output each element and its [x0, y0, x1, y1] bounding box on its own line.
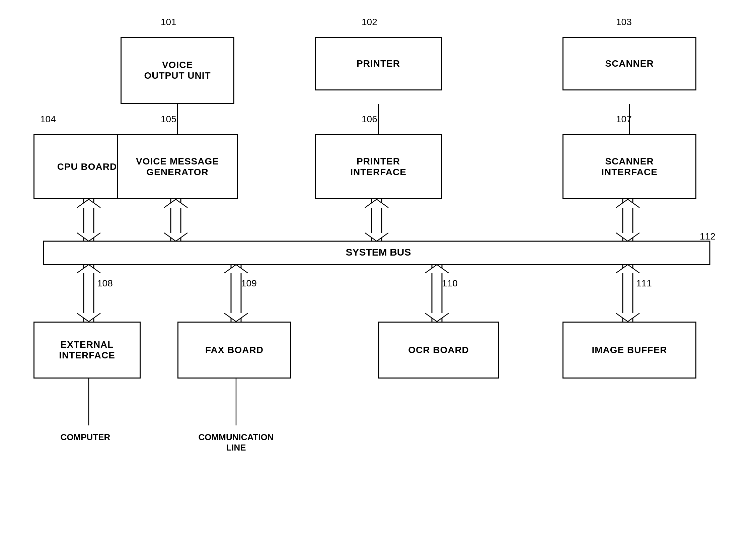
external-interface-block: EXTERNAL INTERFACE — [33, 322, 141, 379]
diagram-container: SYSTEM BUS — [0, 0, 756, 545]
ref-110: 110 — [442, 278, 458, 289]
voice-message-generator-block: VOICE MESSAGE GENERATOR — [117, 134, 238, 199]
ref-102: 102 — [362, 17, 377, 27]
printer-block: PRINTER — [315, 37, 442, 90]
cpu-to-bus-arrow — [77, 199, 100, 241]
svg-text:SYSTEM BUS: SYSTEM BUS — [346, 247, 411, 258]
ocr-board-block: OCR BOARD — [378, 322, 499, 379]
bus-to-external-arrow — [77, 265, 100, 322]
ref-112: 112 — [700, 231, 715, 242]
scanner-interface-block: SCANNER INTERFACE — [562, 134, 696, 199]
ref-108: 108 — [97, 278, 113, 289]
ref-101: 101 — [161, 17, 176, 27]
ref-103: 103 — [616, 17, 632, 27]
printer-interface-block: PRINTER INTERFACE — [315, 134, 442, 199]
bus-to-ocr-arrow — [425, 265, 449, 322]
ref-106: 106 — [362, 114, 377, 125]
ref-104: 104 — [40, 114, 56, 125]
fax-board-block: FAX BOARD — [177, 322, 291, 379]
image-buffer-block: IMAGE BUFFER — [562, 322, 696, 379]
computer-label: COMPUTER — [39, 432, 132, 442]
ref-109: 109 — [241, 278, 257, 289]
printer-if-to-bus-arrow — [365, 199, 388, 241]
scanner-block: SCANNER — [562, 37, 696, 90]
ref-107: 107 — [616, 114, 632, 125]
voice-output-unit-block: VOICE OUTPUT UNIT — [121, 37, 234, 104]
scanner-if-to-bus-arrow — [616, 199, 639, 241]
bus-to-imagebuffer-arrow — [616, 265, 639, 322]
bus-to-fax-arrow — [224, 265, 248, 322]
ref-111: 111 — [636, 278, 652, 289]
voice-to-bus-arrow — [164, 199, 187, 241]
communication-line-label: COMMUNICATION LINE — [179, 432, 293, 453]
ref-105: 105 — [161, 114, 176, 125]
